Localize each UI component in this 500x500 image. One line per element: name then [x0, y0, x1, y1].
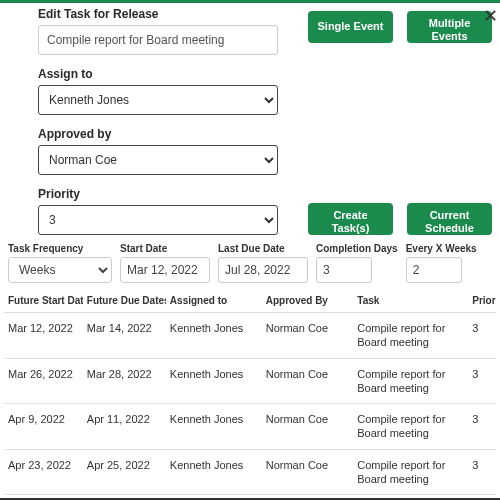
assign-to-select[interactable]: Kenneth Jones: [38, 85, 278, 115]
cell-priority: 3: [468, 313, 496, 359]
cell-assigned: Kenneth Jones: [166, 313, 262, 359]
cell-task: Compile report for Board meeting: [353, 449, 468, 495]
task-name-input[interactable]: [38, 25, 278, 55]
table-row: Mar 12, 2022Mar 14, 2022Kenneth JonesNor…: [4, 313, 496, 359]
cell-task: Compile report for Board meeting: [353, 358, 468, 404]
cell-priority: 3: [468, 449, 496, 495]
cell-assigned: Kenneth Jones: [166, 358, 262, 404]
cell-approved: Norman Coe: [262, 495, 354, 500]
cell-start: Mar 12, 2022: [4, 313, 83, 359]
cell-due: Apr 11, 2022: [83, 404, 166, 450]
cell-assigned: Kenneth Jones: [166, 404, 262, 450]
cell-due: Apr 25, 2022: [83, 449, 166, 495]
cell-due: Mar 28, 2022: [83, 358, 166, 404]
approved-by-select[interactable]: Norman Coe: [38, 145, 278, 175]
cell-start: Mar 26, 2022: [4, 358, 83, 404]
cell-assigned: Kenneth Jones: [166, 449, 262, 495]
last-due-date-input[interactable]: [218, 257, 308, 283]
cell-priority: 3: [468, 404, 496, 450]
cell-assigned: Kenneth Jones: [166, 495, 262, 500]
close-icon[interactable]: ✕: [481, 3, 500, 29]
task-frequency-select[interactable]: Weeks: [8, 257, 112, 283]
cell-due: Mar 14, 2022: [83, 313, 166, 359]
cell-task: Compile report for Board meeting: [353, 495, 468, 500]
assign-to-label: Assign to: [38, 67, 492, 81]
priority-label: Priority: [38, 187, 278, 201]
schedule-table: Future Start Dates Future Due Dates Assi…: [4, 289, 496, 500]
single-event-button[interactable]: Single Event: [308, 11, 393, 43]
cell-priority: 3: [468, 495, 496, 500]
multiple-events-button[interactable]: Multiple Events: [407, 11, 492, 43]
start-date-label: Start Date: [120, 243, 210, 254]
col-approved: Approved By: [262, 289, 354, 313]
col-priority: Prior: [468, 289, 496, 313]
col-task: Task: [353, 289, 468, 313]
cell-start: Apr 9, 2022: [4, 404, 83, 450]
cell-due: May 9, 2022: [83, 495, 166, 500]
approved-by-label: Approved by: [38, 127, 492, 141]
start-date-input[interactable]: [120, 257, 210, 283]
cell-start: May 7, 2022: [4, 495, 83, 500]
table-row: Apr 23, 2022Apr 25, 2022Kenneth JonesNor…: [4, 449, 496, 495]
edit-task-title: Edit Task for Release: [38, 7, 278, 21]
cell-priority: 3: [468, 358, 496, 404]
cell-task: Compile report for Board meeting: [353, 404, 468, 450]
col-future-due: Future Due Dates: [83, 289, 166, 313]
cell-approved: Norman Coe: [262, 404, 354, 450]
completion-days-label: Completion Days: [316, 243, 398, 254]
priority-select[interactable]: 3: [38, 205, 278, 235]
completion-days-input[interactable]: [316, 257, 372, 283]
table-row: Apr 9, 2022Apr 11, 2022Kenneth JonesNorm…: [4, 404, 496, 450]
cell-task: Compile report for Board meeting: [353, 313, 468, 359]
table-row: May 7, 2022May 9, 2022Kenneth JonesNorma…: [4, 495, 496, 500]
every-x-weeks-label: Every X Weeks: [406, 243, 477, 254]
cell-approved: Norman Coe: [262, 449, 354, 495]
every-x-weeks-input[interactable]: [406, 257, 462, 283]
current-schedule-button[interactable]: Current Schedule: [407, 203, 492, 235]
col-assigned: Assigned to: [166, 289, 262, 313]
create-tasks-button[interactable]: Create Task(s): [308, 203, 393, 235]
cell-approved: Norman Coe: [262, 358, 354, 404]
cell-start: Apr 23, 2022: [4, 449, 83, 495]
last-due-date-label: Last Due Date: [218, 243, 308, 254]
col-future-start: Future Start Dates: [4, 289, 83, 313]
cell-approved: Norman Coe: [262, 313, 354, 359]
task-frequency-label: Task Frequency: [8, 243, 112, 254]
table-row: Mar 26, 2022Mar 28, 2022Kenneth JonesNor…: [4, 358, 496, 404]
